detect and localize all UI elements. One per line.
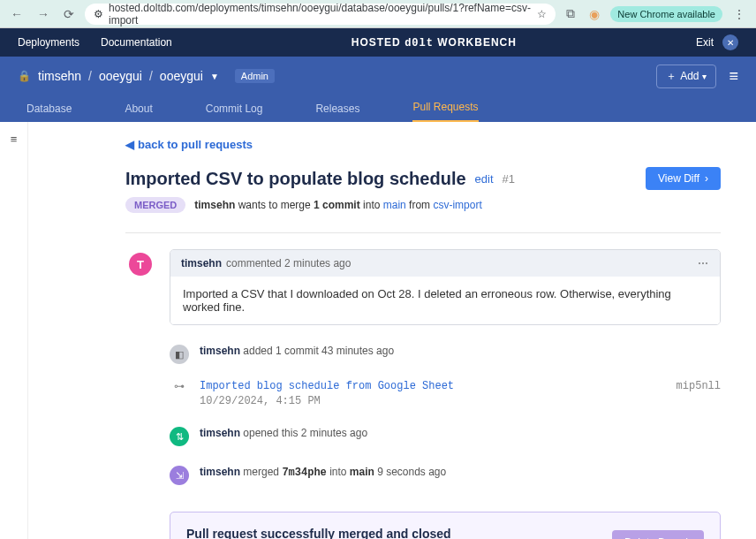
url-bar[interactable]: ⚙ hosted.doltdb.com/deployments/timsehn/… [85, 4, 556, 25]
pr-timeline: T timsehn commented 2 minutes ago ⋯ Impo… [170, 249, 721, 539]
comment-author[interactable]: timsehn [181, 257, 222, 270]
tab-pull-requests[interactable]: Pull Requests [412, 101, 478, 122]
comment: timsehn commented 2 minutes ago ⋯ Import… [170, 249, 721, 325]
back-to-pulls-link[interactable]: ◀ back to pull requests [125, 138, 721, 151]
status-badge: MERGED [125, 197, 185, 213]
merge-success-box: Pull request successfully merged and clo… [170, 512, 721, 539]
crumb-dropdown-icon[interactable]: ▼ [210, 72, 219, 81]
merged-into-branch[interactable]: main [350, 466, 374, 478]
breadcrumb: 🔒 timsehn / ooeygui / ooeygui ▼ Admin [18, 69, 275, 83]
rail-menu-icon[interactable]: ≡ [11, 133, 18, 146]
commit-hash[interactable]: mip5nll [677, 380, 721, 392]
brand-logo: HOSTED d0lt WORKBENCH [172, 36, 696, 49]
merged-hash[interactable]: 7m34phe [282, 467, 326, 479]
forward-icon[interactable]: → [34, 7, 53, 21]
left-rail: ≡ [0, 122, 28, 539]
reload-icon[interactable]: ⟳ [60, 7, 78, 21]
add-button[interactable]: ＋ Add ▾ [656, 65, 716, 88]
tab-about[interactable]: About [125, 102, 152, 122]
pr-title: Imported CSV to populate blog schedule [125, 169, 466, 189]
avatar: T [129, 253, 152, 276]
base-branch-link[interactable]: main [383, 199, 406, 211]
crumb-owner[interactable]: timsehn [38, 69, 81, 83]
merge-description: timsehn wants to merge 1 commit into mai… [194, 199, 481, 211]
chevron-right-icon: › [705, 172, 708, 185]
tab-commit-log[interactable]: Commit Log [206, 102, 263, 122]
commit-message-link[interactable]: Imported blog schedule from Google Sheet [200, 380, 454, 392]
pr-status-row: MERGED timsehn wants to merge 1 commit i… [125, 197, 721, 213]
browser-toolbar: ← → ⟳ ⚙ hosted.doltdb.com/deployments/ti… [0, 0, 756, 28]
event-merged: ⇲ timsehn merged 7m34phe into main 9 sec… [170, 466, 721, 485]
app-top-bar: Deployments Documentation HOSTED d0lt WO… [0, 28, 756, 57]
event-added-commit: ◧ timsehn added 1 commit 43 minutes ago [170, 345, 721, 364]
chevron-down-icon: ▾ [702, 72, 707, 81]
chevron-left-icon: ◀ [125, 138, 134, 151]
crumb-deployment[interactable]: ooeygui [99, 69, 142, 83]
tab-releases[interactable]: Releases [315, 102, 359, 122]
divider [125, 232, 721, 233]
nav-documentation[interactable]: Documentation [101, 36, 172, 49]
success-heading: Pull request successfully merged and clo… [186, 527, 451, 539]
commit-added-icon: ◧ [170, 345, 189, 364]
plus-icon: ＋ [666, 69, 677, 84]
site-info-icon[interactable]: ⚙ [94, 8, 103, 20]
exit-close-icon[interactable]: ✕ [722, 34, 738, 50]
delete-branch-button[interactable]: Delete Branch [612, 530, 704, 540]
browser-menu-icon[interactable]: ⋮ [730, 7, 749, 21]
edit-title-link[interactable]: edit [475, 172, 494, 186]
db-tabs: Database About Commit Log Releases Pull … [0, 95, 756, 122]
url-text: hosted.doltdb.com/deployments/timsehn/oo… [109, 2, 532, 27]
extensions-icon[interactable]: ⧉ [563, 6, 578, 21]
view-diff-button[interactable]: View Diff › [646, 167, 721, 190]
commit-entry: ⊶ Imported blog schedule from Google She… [170, 380, 721, 407]
tab-database[interactable]: Database [26, 102, 72, 122]
pr-number: #1 [503, 172, 515, 186]
exit-link[interactable]: Exit [696, 36, 714, 49]
lock-icon: 🔒 [18, 70, 31, 82]
role-badge: Admin [235, 69, 275, 83]
commit-dot-icon: ⊶ [170, 380, 189, 393]
menu-icon[interactable]: ≡ [729, 67, 738, 86]
profile-icon[interactable]: ◉ [586, 7, 603, 21]
commit-date: 10/29/2024, 4:15 PM [200, 395, 454, 407]
main-content: ◀ back to pull requests Imported CSV to … [28, 122, 756, 539]
chrome-update-badge[interactable]: New Chrome available [610, 6, 722, 22]
event-opened: ⇅ timsehn opened this 2 minutes ago [170, 427, 721, 446]
bookmark-star-icon[interactable]: ☆ [537, 8, 547, 20]
pr-merged-icon: ⇲ [170, 466, 189, 485]
comment-menu-icon[interactable]: ⋯ [698, 257, 709, 270]
nav-deployments[interactable]: Deployments [18, 36, 79, 49]
back-icon[interactable]: ← [7, 7, 26, 21]
crumb-database[interactable]: ooeygui [160, 69, 203, 83]
comment-body: Imported a CSV that I downloaded on Oct … [170, 277, 720, 324]
pr-opened-icon: ⇅ [170, 427, 189, 446]
comment-meta: commented 2 minutes ago [226, 257, 351, 270]
context-bar: 🔒 timsehn / ooeygui / ooeygui ▼ Admin ＋ … [0, 57, 756, 95]
head-branch-link[interactable]: csv-import [433, 199, 481, 211]
